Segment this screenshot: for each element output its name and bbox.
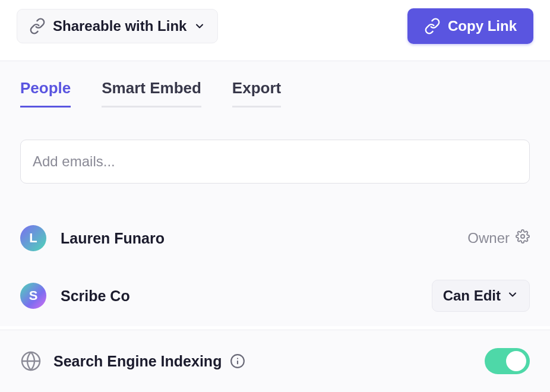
indexing-toggle[interactable] [485,348,530,374]
copy-link-button[interactable]: Copy Link [407,8,533,44]
info-icon[interactable] [230,353,245,369]
footer: Search Engine Indexing [0,330,550,392]
chevron-down-icon [194,20,206,32]
tabs: People Smart Embed Export [20,79,530,108]
link-icon [29,18,46,34]
tab-people[interactable]: People [20,79,71,108]
topbar: Shareable with Link Copy Link [0,0,550,61]
copy-link-label: Copy Link [448,18,517,34]
tab-smart-embed[interactable]: Smart Embed [102,79,201,108]
footer-left: Search Engine Indexing [20,350,245,372]
role-dropdown[interactable]: Can Edit [432,280,530,312]
indexing-label-wrap: Search Engine Indexing [53,353,245,370]
person-row: L Lauren Funaro Owner [20,211,530,265]
toggle-knob [506,351,526,371]
email-input-container [20,140,530,184]
chevron-down-icon [507,289,519,303]
avatar: S [20,283,46,309]
globe-icon [20,350,42,372]
share-mode-dropdown[interactable]: Shareable with Link [17,9,218,43]
avatar: L [20,225,46,251]
svg-point-0 [521,235,524,238]
owner-role: Owner [467,229,530,247]
role-label: Owner [467,230,510,246]
role-label: Can Edit [443,287,501,304]
gear-icon[interactable] [516,229,530,247]
tab-export[interactable]: Export [232,79,281,108]
person-info: L Lauren Funaro [20,225,165,251]
link-icon [424,18,441,34]
person-name: Lauren Funaro [61,230,165,247]
person-info: S Scribe Co [20,283,130,309]
main-panel: People Smart Embed Export L Lauren Funar… [0,61,550,326]
people-list: L Lauren Funaro Owner S Scribe Co Can Ed… [20,211,530,326]
person-name: Scribe Co [61,287,130,305]
person-row: S Scribe Co Can Edit [20,265,530,326]
share-mode-label: Shareable with Link [53,18,187,34]
add-emails-input[interactable] [20,140,530,184]
indexing-label: Search Engine Indexing [53,353,222,370]
